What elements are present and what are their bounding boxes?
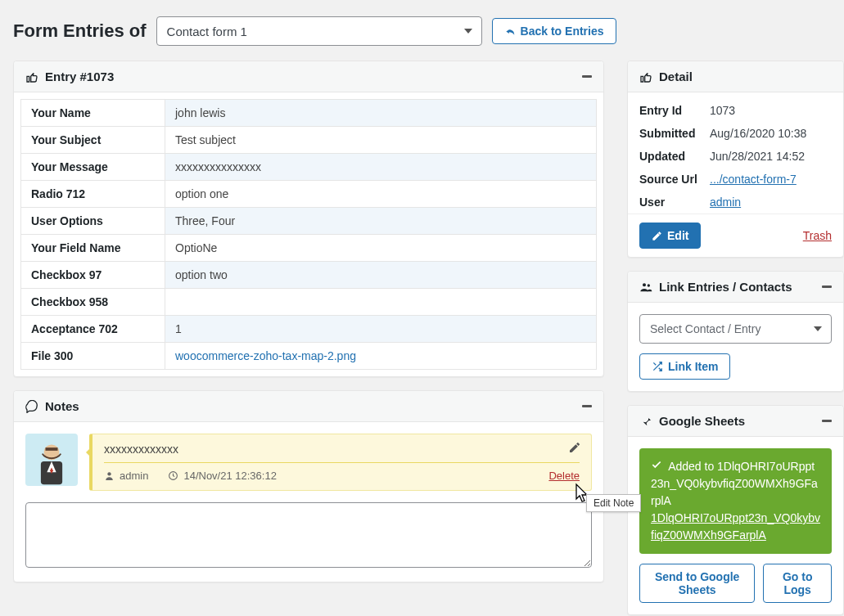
table-row: Your Field NameOptioNe <box>21 235 597 262</box>
reply-arrow-icon <box>504 25 516 37</box>
svg-point-5 <box>643 283 646 286</box>
table-row: Your SubjectTest subject <box>21 127 597 154</box>
users-icon <box>639 281 652 294</box>
sheets-success-alert: Added to 1DlqOHRI7oURppt23n_VQ0kybvfiqZ0… <box>639 448 832 554</box>
go-to-logs-button[interactable]: Go to Logs <box>763 564 832 603</box>
collapse-icon[interactable] <box>582 75 592 78</box>
new-note-input[interactable] <box>25 502 592 568</box>
link-item-button[interactable]: Link Item <box>639 353 730 380</box>
collapse-icon[interactable] <box>582 405 592 407</box>
svg-rect-2 <box>46 447 58 451</box>
user-icon <box>104 470 115 481</box>
detail-entry-id: 1073 <box>710 104 832 117</box>
back-to-entries-button[interactable]: Back to Entries <box>492 18 616 44</box>
page-header: Form Entries of Contact form 1 Back to E… <box>13 16 844 46</box>
pencil-icon <box>652 231 662 241</box>
note-text: xxxxxxxxxxxxx <box>104 443 580 463</box>
table-row: Acceptance 7021 <box>21 316 597 343</box>
check-icon <box>651 459 662 470</box>
link-entries-panel: Link Entries / Contacts Select Contact /… <box>627 271 844 392</box>
svg-point-6 <box>648 284 650 286</box>
contact-entry-select[interactable]: Select Contact / Entry <box>639 314 832 344</box>
sheets-panel-title: Google Sheets <box>659 414 745 428</box>
shuffle-icon <box>652 361 663 372</box>
google-sheets-panel: Google Sheets Added to 1DlqOHRI7oURppt23… <box>627 405 844 615</box>
collapse-icon[interactable] <box>822 286 832 288</box>
notes-panel: Notes xxxxxxxxxxxxx <box>13 390 604 582</box>
notes-panel-title: Notes <box>45 399 79 413</box>
file-link[interactable]: woocommerce-zoho-tax-map-2.png <box>175 349 356 362</box>
detail-panel-title: Detail <box>659 70 693 83</box>
source-url-link[interactable]: .../contact-form-7 <box>710 173 797 186</box>
link-panel-title: Link Entries / Contacts <box>659 280 792 294</box>
edit-note-icon[interactable] <box>568 441 581 456</box>
detail-submitted: Aug/16/2020 10:38 <box>710 127 832 140</box>
svg-point-3 <box>107 472 111 475</box>
delete-note-link[interactable]: Delete <box>548 470 580 482</box>
entry-table: Your Namejohn lewis Your SubjectTest sub… <box>20 99 597 370</box>
thumbs-up-icon <box>639 70 652 83</box>
table-row: Your Namejohn lewis <box>21 100 597 127</box>
note-item: xxxxxxxxxxxxx admin 14/Nov/21 <box>25 434 592 491</box>
table-row: Checkbox 97option two <box>21 262 597 289</box>
detail-panel: Detail Entry Id1073 SubmittedAug/16/2020… <box>627 61 844 258</box>
table-row: File 300woocommerce-zoho-tax-map-2.png <box>21 343 597 370</box>
collapse-icon[interactable] <box>822 420 832 422</box>
pin-icon <box>639 415 652 428</box>
detail-updated: Jun/28/2021 14:52 <box>710 150 832 163</box>
edit-button[interactable]: Edit <box>639 223 701 249</box>
thumbs-up-icon <box>25 70 38 83</box>
table-row: Your Messagexxxxxxxxxxxxxxx <box>21 154 597 181</box>
entry-panel-title: Entry #1073 <box>45 70 114 83</box>
edit-note-tooltip: Edit Note <box>586 494 641 512</box>
send-to-sheets-button[interactable]: Send to Google Sheets <box>639 564 755 603</box>
comment-icon <box>25 400 38 413</box>
trash-link[interactable]: Trash <box>803 229 832 242</box>
note-author: admin <box>120 470 148 482</box>
entry-panel: Entry #1073 Your Namejohn lewis Your Sub… <box>13 61 604 377</box>
table-row: User OptionsThree, Four <box>21 208 597 235</box>
page-title: Form Entries of <box>13 20 147 42</box>
avatar <box>25 434 78 486</box>
sheet-id-link[interactable]: 1DlqOHRI7oURppt23n_VQ0kybvfiqZ00WMXh9GFa… <box>651 511 820 542</box>
form-selector[interactable]: Contact form 1 <box>156 16 482 46</box>
table-row: Radio 712option one <box>21 181 597 208</box>
clock-icon <box>168 470 178 481</box>
user-link[interactable]: admin <box>710 196 741 209</box>
table-row: Checkbox 958 <box>21 289 597 316</box>
note-date: 14/Nov/21 12:36:12 <box>183 470 276 482</box>
